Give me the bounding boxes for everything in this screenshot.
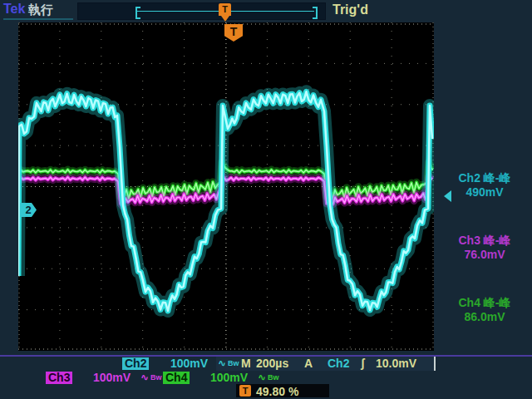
measurement-ch4-pkpk: Ch4 峰-峰 86.0mV (437, 296, 532, 324)
meas-ch3-channel: Ch3 (458, 234, 480, 247)
graticule: T 2 (18, 22, 434, 351)
ch4-badge: Ch4 (163, 372, 190, 384)
meas-ch2-label: 峰-峰 (484, 171, 511, 185)
readout-row-3: T 49.80 % (0, 383, 532, 398)
trigger-prefix: A (304, 357, 313, 370)
timebase-label: M (241, 357, 251, 370)
ch3-scale: 100mV (93, 372, 131, 384)
meas-ch3-label: 峰-峰 (484, 234, 511, 247)
brand-logo: Tek (3, 2, 25, 16)
ch3-badge: Ch3 (46, 372, 72, 384)
meas-ch4-label: 峰-峰 (484, 296, 511, 309)
meas-ch2-channel: Ch2 (458, 171, 480, 185)
oscilloscope-screen: Tek 執行 T Trig'd T 2 Ch2 峰-峰 490mV Ch3 峰-… (0, 0, 532, 399)
ch4-coupling-icon: ∿ (258, 372, 266, 384)
trigger-position-flag-icon: T (219, 3, 231, 16)
header-bar: Tek 執行 T Trig'd (0, 0, 532, 22)
window-bracket-right (313, 7, 318, 19)
readout-row-1: Ch2 100mV ∿ Bw M 200µs A Ch2 ʃ 10.0mV (0, 357, 532, 371)
meas-ch3-value: 76.0mV (437, 248, 532, 262)
trigger-position-pointer-icon (221, 16, 229, 22)
ch2-scale: 100mV (170, 357, 208, 370)
ch4-bandwidth-icon: Bw (268, 372, 279, 384)
measurement-ch3-pkpk: Ch3 峰-峰 76.0mV (437, 234, 532, 262)
ch2-coupling-icon: ∿ (218, 357, 226, 370)
acquisition-status: 執行 (28, 2, 53, 18)
measurement-ch2-pkpk: Ch2 峰-峰 490mV (437, 171, 532, 200)
trigger-position-icon: T (239, 385, 251, 397)
meas-ch4-channel: Ch4 (458, 296, 480, 309)
meas-ch4-value: 86.0mV (437, 310, 532, 324)
ch2-badge: Ch2 (122, 357, 149, 370)
ch3-bandwidth-icon: Bw (150, 372, 162, 384)
trigger-level: 10.0mV (376, 357, 416, 370)
record-view-bar: T (77, 2, 326, 20)
waveform-plot (18, 22, 434, 351)
meas-ch2-value: 490mV (437, 185, 532, 200)
timebase-value: 200µs (256, 357, 288, 370)
window-bracket-left (135, 7, 140, 19)
ch3-coupling-icon: ∿ (140, 372, 149, 384)
trigger-slope-icon: ʃ (361, 357, 365, 370)
trigger-status: Trig'd (332, 2, 368, 17)
trigger-position-value: 49.80 % (256, 385, 298, 398)
ch2-bandwidth-icon: Bw (228, 357, 239, 370)
ch4-scale: 100mV (210, 372, 248, 384)
trigger-source: Ch2 (328, 357, 349, 370)
